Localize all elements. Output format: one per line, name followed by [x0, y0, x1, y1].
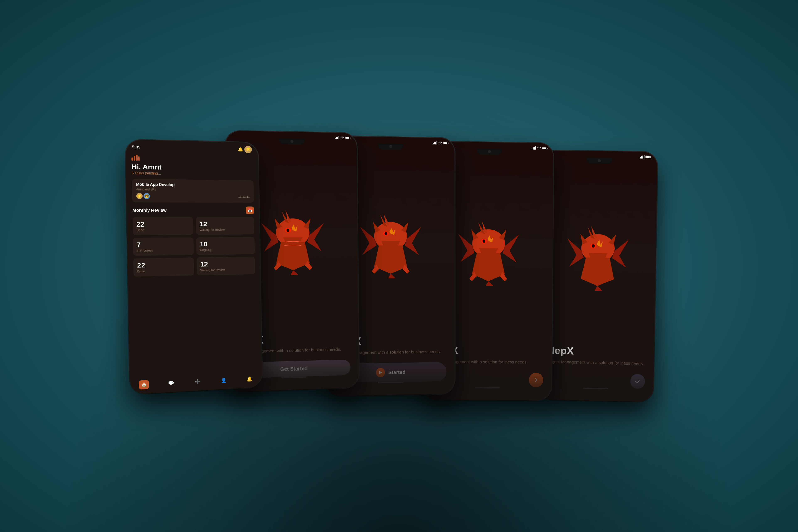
svg-rect-0 [131, 157, 133, 160]
svg-rect-33 [448, 142, 449, 144]
stats-grid-2: 7 In Progress 10 Ongoing [133, 237, 255, 256]
notch-2 [279, 138, 305, 145]
svg-rect-1 [134, 156, 135, 161]
svg-point-8 [342, 138, 343, 139]
user-avatar: 😊 [244, 146, 252, 153]
logo-area-5 [539, 165, 657, 344]
svg-rect-50 [533, 147, 534, 150]
svg-rect-77 [651, 156, 651, 157]
dragon-logo-3 [355, 208, 426, 279]
svg-marker-42 [374, 245, 407, 274]
chart-icon [131, 154, 253, 164]
stat-label-waiting-2: Waiting for Review [200, 268, 226, 272]
stats-grid-3: 22 Done 12 Waiting for Review [133, 256, 255, 277]
started-icon [376, 368, 385, 377]
svg-rect-6 [337, 136, 338, 139]
svg-rect-11 [350, 137, 351, 138]
phones-container: 5:35 🔔 😊 Hi, Amrit [66, 79, 732, 453]
dragon-logo-4 [453, 215, 524, 286]
svg-marker-84 [567, 239, 584, 267]
stat-waiting-2[interactable]: 12 Waiting for Review [196, 256, 255, 275]
task-subtitle: Amrit and sRs [136, 188, 250, 192]
svg-rect-7 [339, 136, 339, 139]
stat-done-2[interactable]: 22 Done [133, 258, 194, 277]
svg-rect-49 [532, 148, 532, 150]
svg-rect-27 [434, 142, 435, 145]
stats-grid-1: 22 Done 12 Waiting for Review [133, 217, 254, 235]
nav-chat[interactable]: 💬 [166, 378, 176, 388]
stat-waiting-1[interactable]: 12 Waiting for Review [196, 217, 254, 235]
signal-icons-4 [532, 146, 548, 150]
check-button[interactable] [630, 374, 645, 389]
stat-label-done-2: Done [137, 269, 145, 273]
phone-dashboard: 5:35 🔔 😊 Hi, Amrit [126, 140, 262, 394]
svg-rect-72 [641, 156, 642, 158]
svg-point-53 [539, 149, 539, 149]
nav-profile[interactable]: 👤 [219, 376, 229, 385]
signal-icons-5 [640, 155, 651, 158]
svg-marker-63 [458, 234, 474, 262]
svg-marker-19 [307, 223, 324, 251]
svg-rect-73 [642, 156, 643, 158]
svg-rect-2 [136, 155, 137, 161]
avatar-1: 😊 [136, 193, 142, 199]
status-time: 5:35 [132, 145, 140, 149]
stat-ongoing[interactable]: 10 Ongoing [196, 237, 255, 255]
svg-rect-55 [542, 147, 546, 149]
stat-label-inprogress: In Progress [137, 249, 153, 252]
task-title: Mobile App Develop [136, 182, 250, 188]
svg-rect-74 [644, 155, 644, 158]
notch-3 [378, 144, 403, 150]
stat-number-waiting-1: 12 [199, 221, 207, 228]
home-indicator-4 [475, 387, 500, 388]
nav-add[interactable]: ➕ [193, 377, 203, 386]
stat-number-ongoing: 10 [200, 241, 208, 248]
greeting-text: Hi, Amrit [132, 163, 253, 172]
task-card[interactable]: Mobile App Develop Amrit and sRs 😊 😎 11:… [132, 179, 254, 203]
svg-rect-28 [435, 141, 436, 145]
svg-marker-85 [612, 239, 629, 268]
stat-number-inprogress: 7 [136, 241, 141, 249]
started-label: Started [388, 369, 406, 375]
svg-marker-40 [360, 227, 377, 255]
dragon-logo-2 [256, 204, 329, 276]
phone-nepx-check: NepX Project Management with a solution … [538, 151, 658, 402]
stat-number-done-1: 22 [136, 221, 145, 228]
notification-icon: 🔔 [238, 147, 243, 152]
stat-done-1[interactable]: 22 Done [133, 217, 193, 235]
svg-marker-20 [276, 242, 310, 270]
svg-rect-29 [437, 141, 437, 145]
stat-label-done-1: Done [136, 228, 144, 232]
dragon-logo-5 [562, 220, 634, 291]
svg-marker-65 [472, 253, 505, 281]
stat-label-ongoing: Ongoing [200, 248, 212, 252]
arrow-button[interactable] [529, 373, 543, 387]
section-title: Monthly Review [132, 208, 167, 213]
nav-bell[interactable]: 🔔 [245, 375, 254, 384]
svg-rect-3 [138, 156, 140, 160]
home-indicator-5 [583, 387, 608, 390]
stat-number-done-2: 22 [137, 262, 145, 269]
svg-rect-52 [535, 146, 536, 150]
stat-inprogress[interactable]: 7 In Progress [133, 237, 194, 256]
svg-point-37 [385, 232, 387, 235]
signal-icons-3 [433, 141, 449, 145]
svg-rect-51 [534, 147, 535, 150]
task-time: 11:11:11 [238, 195, 250, 198]
svg-rect-76 [646, 156, 650, 157]
signal-icons-2 [335, 136, 351, 140]
stat-label-waiting-1: Waiting for Review [200, 228, 225, 232]
svg-marker-48 [379, 371, 382, 374]
task-avatars: 😊 😎 [136, 193, 150, 199]
svg-marker-86 [581, 258, 614, 286]
svg-rect-26 [433, 143, 434, 145]
notch-5 [587, 158, 612, 164]
svg-rect-71 [640, 157, 641, 158]
calendar-icon[interactable]: 📅 [246, 207, 254, 214]
nav-home[interactable]: 🏠 [139, 380, 149, 390]
svg-marker-18 [261, 223, 279, 252]
notch-4 [477, 149, 502, 155]
svg-rect-10 [345, 137, 349, 139]
nepx-title-5: NepX [547, 344, 646, 359]
nepx-info-5: NepX Project Management with a solution … [538, 342, 654, 371]
